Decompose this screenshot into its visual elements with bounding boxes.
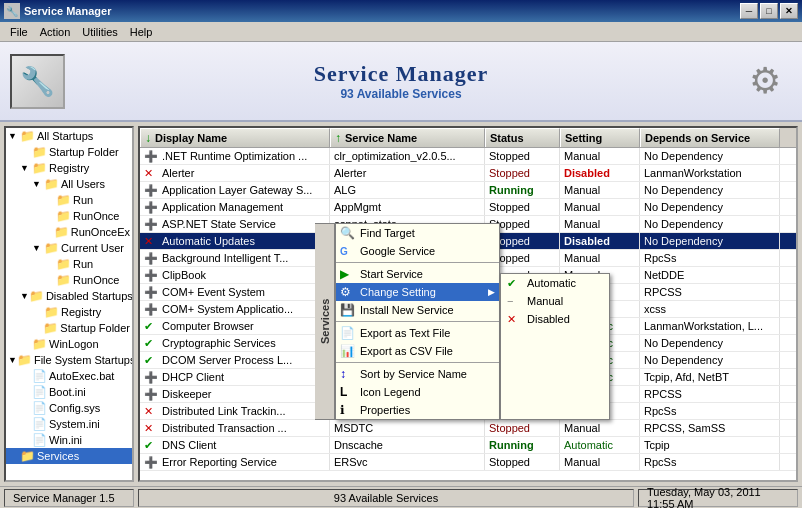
tree-item-startup-folder[interactable]: 📁 Startup Folder bbox=[6, 144, 132, 160]
tree-item-registry-2[interactable]: 📁 Registry bbox=[6, 304, 132, 320]
status-value: Stopped bbox=[489, 456, 530, 468]
menu-help[interactable]: Help bbox=[124, 24, 159, 40]
table-row[interactable]: ➕ Application Layer Gateway S... ALG Run… bbox=[140, 182, 796, 199]
header-logo: 🔧 bbox=[10, 54, 65, 109]
export-text-icon: 📄 bbox=[340, 326, 355, 340]
services-tab: Services bbox=[315, 223, 335, 420]
tree-item-run-1[interactable]: 📁 Run bbox=[6, 192, 132, 208]
td-depends: No Dependency bbox=[640, 148, 780, 164]
display-name: Distributed Link Trackin... bbox=[162, 405, 286, 417]
display-name: COM+ Event System bbox=[162, 286, 265, 298]
depends-value: No Dependency bbox=[644, 337, 723, 349]
td-display: ➕ COM+ System Applicatio... bbox=[140, 301, 330, 317]
tree-item-autoexec[interactable]: 📄 AutoExec.bat bbox=[6, 368, 132, 384]
tree-item-runonceex[interactable]: 📁 RunOnceEx bbox=[6, 224, 132, 240]
tree-item-bootini[interactable]: 📄 Boot.ini bbox=[6, 384, 132, 400]
tree-item-current-user[interactable]: ▼ 📁 Current User bbox=[6, 240, 132, 256]
gear-icon: ⚙ bbox=[737, 54, 792, 109]
maximize-button[interactable]: □ bbox=[760, 3, 778, 19]
row-icon: ✕ bbox=[144, 405, 160, 418]
td-display: ➕ ASP.NET State Service bbox=[140, 216, 330, 232]
cm-export-text[interactable]: 📄 Export as Text File bbox=[336, 324, 499, 342]
tree-item-winlogon[interactable]: 📁 WinLogon bbox=[6, 336, 132, 352]
cm-sort-service[interactable]: ↕ Sort by Service Name bbox=[336, 365, 499, 383]
submenu-manual[interactable]: − Manual bbox=[501, 292, 609, 310]
automatic-icon: ✔ bbox=[507, 277, 516, 290]
th-display-name[interactable]: ↓ Display Name bbox=[140, 128, 330, 147]
menu-file[interactable]: File bbox=[4, 24, 34, 40]
th-setting[interactable]: Setting bbox=[560, 128, 640, 147]
row-icon: ✔ bbox=[144, 337, 160, 350]
td-depends: No Dependency bbox=[640, 199, 780, 215]
tree-item-runonce-1[interactable]: 📁 RunOnce bbox=[6, 208, 132, 224]
service-name: MSDTC bbox=[334, 422, 373, 434]
submenu-change-setting[interactable]: ✔ Automatic − Manual ✕ Disabled bbox=[500, 273, 610, 420]
context-menu[interactable]: 🔍 Find Target G Google Service ▶ Start S… bbox=[335, 223, 500, 420]
row-icon: ✔ bbox=[144, 320, 160, 333]
cm-start-service[interactable]: ▶ Start Service bbox=[336, 265, 499, 283]
tree-item-services[interactable]: 📁 Services bbox=[6, 448, 132, 464]
display-name: COM+ System Applicatio... bbox=[162, 303, 293, 315]
tree-item-all-startups[interactable]: ▼ 📁 All Startups bbox=[6, 128, 132, 144]
app-title: Service Manager bbox=[314, 61, 488, 87]
td-depends: RpcSs bbox=[640, 250, 780, 266]
service-name: Dnscache bbox=[334, 439, 383, 451]
tree-item-registry[interactable]: ▼ 📁 Registry bbox=[6, 160, 132, 176]
cm-find-target[interactable]: 🔍 Find Target bbox=[336, 224, 499, 242]
tree-item-run-2[interactable]: 📁 Run bbox=[6, 256, 132, 272]
tree-item-systemini[interactable]: 📄 System.ini bbox=[6, 416, 132, 432]
tree-panel[interactable]: ▼ 📁 All Startups 📁 Startup Folder ▼ 📁 Re… bbox=[4, 126, 134, 482]
td-depends: No Dependency bbox=[640, 182, 780, 198]
tree-item-runonce-2[interactable]: 📁 RunOnce bbox=[6, 272, 132, 288]
tree-item-configsys[interactable]: 📄 Config.sys bbox=[6, 400, 132, 416]
tree-item-disabled-startups[interactable]: ▼ 📁 Disabled Startups bbox=[6, 288, 132, 304]
depends-value: xcss bbox=[644, 303, 666, 315]
cm-icon-legend[interactable]: L Icon Legend bbox=[336, 383, 499, 401]
minimize-button[interactable]: ─ bbox=[740, 3, 758, 19]
submenu-automatic[interactable]: ✔ Automatic bbox=[501, 274, 609, 292]
td-status: Stopped bbox=[485, 199, 560, 215]
cm-install-service[interactable]: 💾 Install New Service bbox=[336, 301, 499, 319]
td-setting: Manual bbox=[560, 182, 640, 198]
cm-properties[interactable]: ℹ Properties bbox=[336, 401, 499, 419]
depends-value: No Dependency bbox=[644, 235, 723, 247]
cm-export-csv[interactable]: 📊 Export as CSV File bbox=[336, 342, 499, 360]
service-name: AppMgmt bbox=[334, 201, 381, 213]
context-menu-container: Services 🔍 Find Target G Google Service … bbox=[315, 223, 610, 420]
title-bar: 🔧 Service Manager ─ □ ✕ bbox=[0, 0, 802, 22]
table-row[interactable]: ✕ Alerter Alerter Stopped Disabled Lanma… bbox=[140, 165, 796, 182]
table-row[interactable]: ➕ Application Management AppMgmt Stopped… bbox=[140, 199, 796, 216]
th-service-name[interactable]: ↑ Service Name bbox=[330, 128, 485, 147]
setting-value: Automatic bbox=[564, 439, 613, 451]
td-setting: Manual bbox=[560, 199, 640, 215]
menu-utilities[interactable]: Utilities bbox=[76, 24, 123, 40]
row-icon: ➕ bbox=[144, 388, 160, 401]
th-status[interactable]: Status bbox=[485, 128, 560, 147]
th-depends[interactable]: Depends on Service bbox=[640, 128, 780, 147]
submenu-disabled[interactable]: ✕ Disabled bbox=[501, 310, 609, 328]
cm-google-service[interactable]: G Google Service bbox=[336, 242, 499, 260]
td-status: Running bbox=[485, 182, 560, 198]
td-service: Alerter bbox=[330, 165, 485, 181]
tree-item-winini[interactable]: 📄 Win.ini bbox=[6, 432, 132, 448]
header-text: Service Manager 93 Available Services bbox=[314, 61, 488, 101]
tree-item-file-system[interactable]: ▼ 📁 File System Startups bbox=[6, 352, 132, 368]
table-row[interactable]: ✕ Distributed Transaction ... MSDTC Stop… bbox=[140, 420, 796, 437]
menu-action[interactable]: Action bbox=[34, 24, 77, 40]
table-row[interactable]: ➕ .NET Runtime Optimization ... clr_opti… bbox=[140, 148, 796, 165]
depends-value: Tcpip bbox=[644, 439, 670, 451]
cm-change-setting[interactable]: ⚙ Change Setting bbox=[336, 283, 499, 301]
table-row[interactable]: ➕ Error Reporting Service ERSvc Stopped … bbox=[140, 454, 796, 471]
manual-icon: − bbox=[507, 295, 513, 307]
window-controls: ─ □ ✕ bbox=[740, 3, 798, 19]
tree-item-startup-folder-2[interactable]: 📁 Startup Folder bbox=[6, 320, 132, 336]
close-button[interactable]: ✕ bbox=[780, 3, 798, 19]
tree-item-all-users[interactable]: ▼ 📁 All Users bbox=[6, 176, 132, 192]
td-display: ➕ .NET Runtime Optimization ... bbox=[140, 148, 330, 164]
service-name: ALG bbox=[334, 184, 356, 196]
cm-separator-1 bbox=[336, 262, 499, 263]
td-depends: xcss bbox=[640, 301, 780, 317]
table-row[interactable]: ✔ DNS Client Dnscache Running Automatic … bbox=[140, 437, 796, 454]
row-icon: ➕ bbox=[144, 201, 160, 214]
td-setting: Manual bbox=[560, 420, 640, 436]
